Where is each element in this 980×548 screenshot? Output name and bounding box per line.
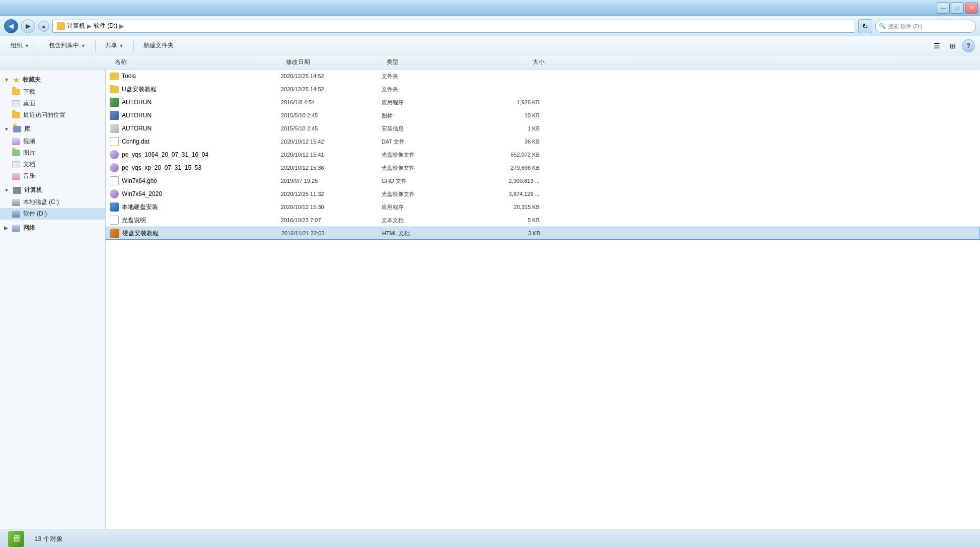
include-library-button[interactable]: 包含到库中 ▼ — [43, 39, 91, 53]
sidebar-library-header[interactable]: ▼ 库 — [0, 123, 105, 135]
toolbar-sep1 — [39, 40, 39, 52]
sidebar-item-doc[interactable]: 文档 — [0, 159, 105, 170]
col-header-type[interactable]: 类型 — [383, 58, 473, 66]
file-type: 光盘映像文件 — [382, 151, 472, 159]
share-button[interactable]: 共享 ▼ — [100, 39, 129, 53]
favorites-collapse-icon: ▼ — [4, 77, 9, 83]
file-type-icon — [110, 229, 119, 238]
sidebar-section-favorites: ▼ ★ 收藏夹 下载 桌面 最近访问的位置 — [0, 74, 105, 121]
library-folder-icon — [13, 126, 21, 132]
table-row[interactable]: AUTORUN 2016/1/8 4:54 应用程序 1,926 KB — [106, 96, 980, 109]
file-name: 本地硬盘安装 — [122, 203, 158, 212]
file-type-icon — [110, 189, 119, 198]
table-row[interactable]: 硬盘安装教程 2016/11/21 22:03 HTML 文档 3 KB — [106, 227, 980, 240]
file-name-cell: 光盘说明 — [110, 216, 281, 225]
window-controls: — □ ✕ — [937, 3, 978, 14]
file-type: 应用程序 — [382, 203, 472, 211]
new-folder-button[interactable]: 新建文件夹 — [138, 39, 179, 53]
file-size: 36 KB — [472, 139, 548, 145]
share-arrow-icon: ▼ — [119, 43, 124, 48]
file-name: Win7x64.gho — [122, 177, 157, 184]
file-type: HTML 文档 — [382, 230, 473, 237]
table-row[interactable]: pe_yqs_xp_20_07_31_15_53 2020/10/12 15:3… — [106, 161, 980, 174]
file-type-icon — [110, 150, 119, 159]
minimize-button[interactable]: — — [937, 3, 950, 14]
file-name: AUTORUN — [122, 99, 152, 106]
refresh-button[interactable]: ↻ — [858, 19, 872, 33]
file-type: 安装信息 — [382, 125, 472, 132]
table-row[interactable]: 本地硬盘安装 2020/10/12 15:30 应用程序 28,315 KB — [106, 200, 980, 214]
address-path[interactable]: 计算机 ▶ 软件 (D:) ▶ — [52, 20, 855, 33]
table-row[interactable]: pe_yqs_1064_20_07_31_16_04 2020/10/12 15… — [106, 148, 980, 161]
sidebar-network-header[interactable]: ▶ 网络 — [0, 222, 105, 234]
sidebar-item-drive-c[interactable]: 本地磁盘 (C:) — [0, 196, 105, 208]
organize-button[interactable]: 组织 ▼ — [5, 39, 35, 53]
table-row[interactable]: Win7x64.gho 2019/9/7 19:25 GHO 文件 2,900,… — [106, 174, 980, 187]
file-type: 光盘映像文件 — [382, 164, 472, 172]
table-row[interactable]: 光盘说明 2016/10/23 7:07 文本文档 5 KB — [106, 214, 980, 227]
table-row[interactable]: Tools 2020/12/25 14:52 文件夹 — [106, 70, 980, 83]
up-button[interactable]: ▲ — [38, 21, 49, 32]
search-box: 🔍 — [875, 20, 976, 33]
sidebar-item-downloads[interactable]: 下载 — [0, 86, 105, 98]
col-header-date[interactable]: 修改日期 — [282, 58, 383, 66]
library-label: 库 — [24, 125, 30, 133]
image-label: 图片 — [23, 149, 35, 157]
file-type-icon — [110, 216, 119, 225]
file-name-cell: AUTORUN — [110, 98, 281, 107]
file-type-icon — [110, 73, 119, 80]
network-icon — [12, 225, 20, 232]
file-date: 2020/10/12 15:30 — [281, 204, 382, 210]
col-header-size[interactable]: 大小 — [473, 58, 549, 66]
path-sep2: ▶ — [119, 23, 124, 30]
sidebar-item-recent[interactable]: 最近访问的位置 — [0, 109, 105, 121]
table-row[interactable]: Win7x64_2020 2020/12/25 11:32 光盘映像文件 3,8… — [106, 187, 980, 200]
video-icon — [12, 138, 20, 145]
view-large-icon-button[interactable]: ⊞ — [946, 39, 960, 52]
file-type-icon — [110, 124, 119, 133]
view-toggle-button[interactable]: ☰ — [930, 39, 944, 52]
file-date: 2020/12/25 14:52 — [281, 86, 382, 92]
table-row[interactable]: Config.dat 2020/10/12 15:42 DAT 文件 36 KB — [106, 135, 980, 148]
file-name-cell: AUTORUN — [110, 124, 281, 133]
close-button[interactable]: ✕ — [965, 3, 978, 14]
file-name-cell: AUTORUN — [110, 111, 281, 120]
forward-button[interactable]: ▶ — [21, 19, 35, 33]
doc-label: 文档 — [23, 160, 35, 169]
table-row[interactable]: AUTORUN 2015/5/10 2:45 安装信息 1 KB — [106, 122, 980, 135]
organize-arrow-icon: ▼ — [25, 43, 29, 48]
status-app-icon: 🖥 — [8, 531, 24, 547]
sidebar-item-desktop[interactable]: 桌面 — [0, 98, 105, 109]
title-bar: — □ ✕ — [0, 0, 980, 16]
col-header-name[interactable]: 名称 — [111, 58, 282, 66]
help-button[interactable]: ? — [962, 39, 975, 52]
sidebar-favorites-header[interactable]: ▼ ★ 收藏夹 — [0, 74, 105, 86]
file-type: 应用程序 — [382, 99, 472, 106]
maximize-button[interactable]: □ — [951, 3, 964, 14]
file-name-cell: pe_yqs_1064_20_07_31_16_04 — [110, 150, 281, 159]
back-button[interactable]: ◀ — [4, 19, 18, 33]
sidebar-computer-header[interactable]: ▼ 计算机 — [0, 184, 105, 196]
file-type-icon — [110, 202, 119, 212]
desktop-label: 桌面 — [23, 99, 35, 108]
sidebar-item-image[interactable]: 图片 — [0, 147, 105, 159]
file-date: 2019/9/7 19:25 — [281, 178, 382, 184]
file-type: GHO 文件 — [382, 177, 472, 185]
main-layout: ▼ ★ 收藏夹 下载 桌面 最近访问的位置 ▼ 库 — [0, 70, 980, 529]
file-size: 10 KB — [472, 112, 548, 118]
sidebar-item-music[interactable]: 音乐 — [0, 170, 105, 182]
table-row[interactable]: AUTORUN 2015/5/10 2:45 图标 10 KB — [106, 109, 980, 122]
file-name-cell: Win7x64_2020 — [110, 189, 281, 198]
music-icon — [12, 173, 20, 180]
search-input[interactable] — [888, 23, 963, 29]
drive-d-icon — [12, 211, 20, 218]
table-row[interactable]: U盘安装教程 2020/12/25 14:52 文件夹 — [106, 83, 980, 96]
network-collapse-icon: ▶ — [4, 225, 8, 231]
sidebar-item-video[interactable]: 视频 — [0, 135, 105, 147]
network-label: 网络 — [23, 224, 35, 232]
sidebar-item-drive-d[interactable]: 软件 (D:) — [0, 208, 105, 220]
favorites-star-icon: ★ — [13, 76, 20, 84]
computer-icon — [13, 187, 21, 194]
file-name-cell: 本地硬盘安装 — [110, 202, 281, 212]
file-name: AUTORUN — [122, 112, 152, 119]
